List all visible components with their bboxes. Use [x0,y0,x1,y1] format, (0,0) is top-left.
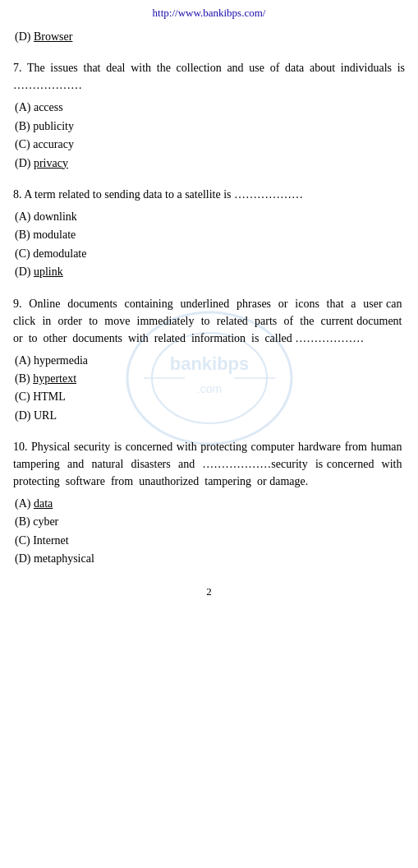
question-8-text: 8. A term related to sending data to a s… [13,186,405,203]
privacy-label: privacy [34,157,68,169]
q9-option-b: (B) hypertext [15,370,405,388]
q9-option-a: (A) hypermedia [15,352,405,370]
prev-question-d: (D) Browser [13,28,405,46]
uplink-label: uplink [34,265,63,278]
q10-option-b: (B) cyber [15,513,405,531]
q8-option-d: (D) uplink [15,263,405,281]
q9-option-c: (C) HTML [15,388,405,406]
question-9: 9. Online documents containing underline… [13,295,405,426]
q7-option-c: (C) accuracy [15,136,405,154]
browser-label: Browser [34,30,72,43]
q8-option-a: (A) downlink [15,208,405,226]
q10-option-c: (C) Internet [15,532,405,550]
q10-option-a: (A) data [15,495,405,513]
q10-option-d: (D) metaphysical [15,550,405,568]
hypertext-label: hypertext [33,372,76,385]
question-10: 10. Physical security is concerned with … [13,438,405,569]
question-9-text: 9. Online documents containing underline… [13,295,405,347]
q7-option-a: (A) access [15,99,405,117]
page-number: 2 [13,585,405,598]
header-url: http://www.bankibps.com/ [13,7,405,20]
question-8: 8. A term related to sending data to a s… [13,186,405,282]
q8-option-c: (C) demodulate [15,245,405,263]
data-label: data [34,497,53,510]
q7-option-b: (B) publicity [15,118,405,136]
question-10-text: 10. Physical security is concerned with … [13,438,405,490]
q9-option-d: (D) URL [15,407,405,425]
q7-option-d: (D) privacy [15,155,405,173]
question-7: 7. The issues that deal with the collect… [13,59,405,173]
option-d-browser: (D) Browser [15,28,405,46]
q8-option-b: (B) modulate [15,226,405,244]
question-7-text: 7. The issues that deal with the collect… [13,59,405,94]
